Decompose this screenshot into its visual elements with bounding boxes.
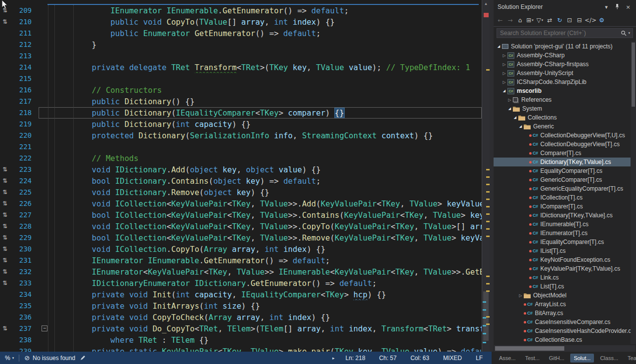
code-line[interactable]: 213 [0, 50, 482, 62]
code-line[interactable]: 238 where TRet : TElem {} [0, 334, 482, 346]
sync-active-document-icon[interactable]: ⇄ [545, 15, 554, 25]
tree-item[interactable]: ◢C#mscorlib [494, 86, 636, 95]
line-text[interactable]: private static KeyValuePair<TKey, TValue… [39, 346, 482, 352]
tree-expander-icon[interactable]: ▷ [506, 98, 513, 102]
filter-icon[interactable]: ▽▾ [535, 15, 545, 25]
code-line[interactable]: ⇅224 bool IDictionary.Contains(object ke… [0, 175, 482, 187]
implements-glyph-icon[interactable]: ⇅ [0, 16, 10, 28]
code-line[interactable]: 216 // Constructors [0, 84, 482, 96]
code-line[interactable]: 219 public Dictionary(int capacity) {} [0, 119, 482, 130]
view-code-icon[interactable]: </> [585, 15, 596, 25]
tool-tab-tea[interactable]: Tea... [624, 354, 636, 363]
tree-expander-icon[interactable]: ◢ [501, 89, 507, 93]
char-indicator[interactable]: Ch: 57 [379, 355, 397, 362]
code-line[interactable]: ⇅228 void ICollection<KeyValuePair<TKey,… [0, 221, 482, 232]
zoom-control[interactable]: % ▾ [5, 355, 14, 362]
code-line[interactable]: ⇅210 public void CopyTo(TValue[] array, … [0, 16, 482, 28]
line-text[interactable] [39, 50, 482, 62]
implements-glyph-icon[interactable]: ⇅ [0, 221, 10, 232]
tree-item[interactable]: ◢System [494, 104, 636, 113]
nav-forward-icon[interactable]: → [505, 15, 515, 25]
tool-tab-class[interactable]: Class... [596, 354, 622, 363]
implements-glyph-icon[interactable]: ⇅ [0, 198, 10, 209]
line-text[interactable]: protected Dictionary(SerializationInfo i… [39, 130, 482, 141]
tree-item[interactable]: C#BitArray.cs [494, 309, 636, 318]
tree-expander-icon[interactable]: ▷ [501, 53, 507, 58]
tree-item[interactable]: C#ICollection[T].cs [494, 193, 636, 202]
search-input[interactable] [497, 30, 621, 37]
line-text[interactable]: IEnumerator IEnumerable.GetEnumerator() … [39, 5, 482, 16]
tree-item[interactable]: C#Dictionary[TKey,TValue].cs [494, 158, 636, 166]
line-text[interactable]: void IDictionary.Remove(object key) {} [39, 187, 482, 198]
line-text[interactable]: void ICollection<KeyValuePair<TKey, TVal… [39, 221, 482, 232]
tool-tab-gith[interactable]: GitH... [545, 354, 568, 363]
tree-item[interactable]: C#CollectionBase.cs [494, 335, 636, 344]
tree-item[interactable]: ▷C#Assembly-UnityScript [494, 69, 636, 78]
code-line[interactable]: 220 protected Dictionary(SerializationIn… [0, 130, 482, 141]
tree-item[interactable]: C#IComparer[T].cs [494, 202, 636, 211]
tree-scrollbar[interactable] [631, 40, 636, 344]
tree-item[interactable]: C#CollectionDebuggerView[T].cs [494, 140, 636, 149]
eol-indicator[interactable]: LF [476, 355, 483, 362]
code-line[interactable]: 234 private void Init(int capacity, IEqu… [0, 289, 482, 300]
search-icon[interactable]: ▾ [621, 30, 633, 36]
tree-item[interactable]: C#KeyValuePair[TKey,TValue].cs [494, 264, 636, 273]
implements-glyph-icon[interactable]: ⇅ [0, 187, 10, 198]
line-text[interactable]: } [39, 39, 482, 50]
line-text[interactable]: public void CopyTo(TValue[] array, int i… [39, 16, 482, 28]
code-line[interactable]: 235 private void InitArrays(int size) {} [0, 300, 482, 312]
switch-views-icon[interactable]: ⊞▾ [525, 15, 535, 25]
tree-item[interactable]: C#ArrayList.cs [494, 300, 636, 309]
code-line[interactable]: ⇅232 IEnumerator<KeyValuePair<TKey, TVal… [0, 266, 482, 278]
tree-item[interactable]: C#GenericEqualityComparer[T].cs [494, 184, 636, 193]
line-text[interactable]: − private void Do_CopyTo<TRet, TElem>(TE… [39, 323, 482, 334]
code-line[interactable]: ⇅226 void ICollection<KeyValuePair<TKey,… [0, 198, 482, 209]
code-line[interactable]: 221 [0, 141, 482, 153]
panel-splitter[interactable] [490, 0, 494, 352]
tree-item[interactable]: C#IEnumerator[T].cs [494, 229, 636, 238]
tree-expander-icon[interactable]: ▷ [517, 293, 524, 298]
code-line[interactable]: 218 public Dictionary(IEqualityComparer<… [0, 107, 482, 119]
line-text[interactable] [39, 141, 482, 153]
tree-item[interactable]: C#EqualityComparer[T].cs [494, 166, 636, 175]
tree-item[interactable]: C#Comparer[T].cs [494, 149, 636, 158]
code-line[interactable]: 211 public Enumerator GetEnumerator() =>… [0, 28, 482, 39]
implements-glyph-icon[interactable]: ⇅ [0, 323, 10, 334]
tree-scrollbar-thumb[interactable] [632, 42, 635, 107]
tree-item[interactable]: C#IEqualityComparer[T].cs [494, 238, 636, 246]
line-text[interactable]: // Methods [39, 153, 482, 164]
line-text[interactable]: void ICollection<KeyValuePair<TKey, TVal… [39, 198, 482, 209]
line-text[interactable]: private void Init(int capacity, IEqualit… [39, 289, 482, 300]
search-box[interactable]: ▾ [497, 28, 633, 38]
line-text[interactable]: where TRet : TElem {} [39, 334, 482, 346]
tool-tab-solut[interactable]: Solut... [570, 354, 594, 363]
code-line[interactable]: 239 private static KeyValuePair<TKey, TV… [0, 346, 482, 352]
editor-scrollbar[interactable]: ▴ [482, 0, 490, 352]
tree-item[interactable]: C#GenericComparer[T].cs [494, 175, 636, 184]
tree-expander-icon[interactable]: ◢ [496, 44, 502, 48]
tree-horizontal-thumb[interactable] [495, 346, 564, 351]
tree-item[interactable]: ▷C#Assembly-CSharp-firstpass [494, 60, 636, 69]
tree-horizontal-scrollbar[interactable] [494, 345, 636, 352]
line-text[interactable]: public Dictionary() {} [39, 96, 482, 107]
code-line[interactable]: 214 private delegate TRet Transform<TRet… [0, 62, 482, 73]
tool-tab-asse[interactable]: Asse... [496, 354, 519, 363]
tree-item[interactable]: ▷References [494, 95, 636, 104]
implements-glyph-icon[interactable]: ⇅ [0, 243, 10, 255]
tool-tab-test[interactable]: Test... [522, 354, 543, 363]
code-line[interactable]: 215 [0, 73, 482, 84]
tree-item[interactable]: C#IList[T].cs [494, 246, 636, 255]
code-line[interactable]: ⇅233 IDictionaryEnumerator IDictionary.G… [0, 278, 482, 289]
issues-status[interactable]: ⊘ No issues found [24, 354, 75, 362]
tree-expander-icon[interactable]: ▷ [501, 62, 507, 67]
line-text[interactable]: void IDictionary.Add(object key, object … [39, 164, 482, 175]
refresh-icon[interactable]: ↻ [555, 15, 564, 25]
implements-glyph-icon[interactable]: ⇅ [0, 164, 10, 175]
line-text[interactable]: private delegate TRet Transform<TRet>(TK… [39, 62, 482, 73]
implements-glyph-icon[interactable]: ⇅ [0, 232, 10, 243]
line-ending-mode[interactable]: MIXED [443, 355, 462, 362]
tree-item[interactable]: C#List[T].cs [494, 282, 636, 291]
tree-item[interactable]: ▷C#Assembly-CSharp [494, 51, 636, 60]
code-line[interactable]: ⇅230 void ICollection.CopyTo(Array array… [0, 243, 482, 255]
tree-item[interactable]: ▷C#ICSharpCode.SharpZipLib [494, 78, 636, 86]
